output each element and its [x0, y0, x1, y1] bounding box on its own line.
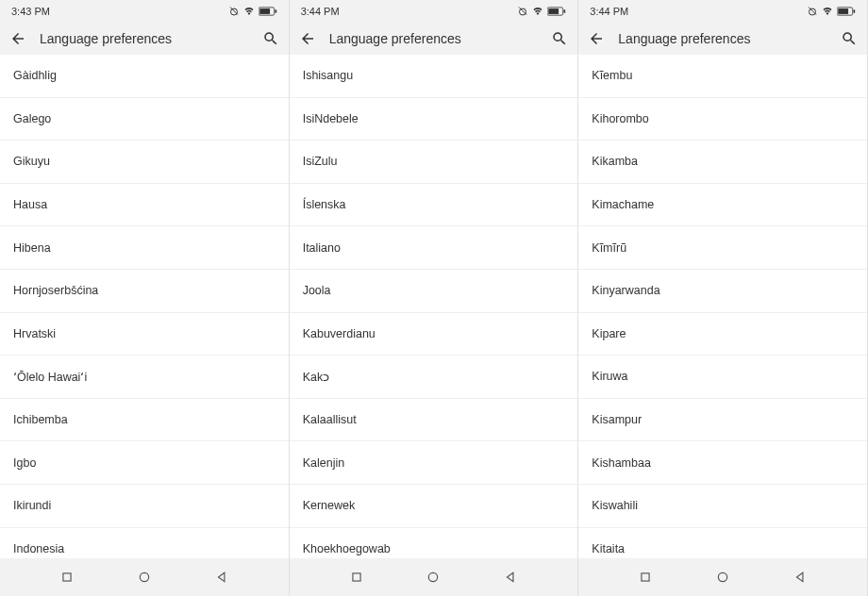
home-button[interactable] [136, 569, 153, 586]
language-item[interactable]: Galego [0, 98, 289, 141]
back-nav-button[interactable] [213, 569, 230, 586]
status-icons [807, 6, 856, 17]
wifi-icon [531, 6, 544, 17]
status-bar: 3:43 PM [0, 0, 289, 23]
clock: 3:44 PM [590, 6, 628, 17]
page-title: Language preferences [329, 31, 539, 46]
language-item[interactable]: Ichibemba [0, 399, 289, 442]
language-item[interactable]: Kinyarwanda [578, 270, 867, 313]
back-button[interactable] [588, 30, 605, 47]
language-item[interactable]: Kimachame [578, 184, 867, 227]
nav-bar [0, 558, 289, 596]
language-item[interactable]: Italiano [290, 226, 578, 270]
language-item[interactable]: Hibena [0, 226, 289, 270]
app-bar: Language preferences [290, 23, 578, 55]
triangle-back-icon [504, 571, 517, 584]
language-item[interactable]: Kihorombo [578, 98, 867, 141]
language-list: Gàidhlig Galego Gikuyu Hausa Hibena Horn… [0, 55, 289, 558]
svg-point-13 [429, 572, 438, 581]
search-icon [841, 30, 858, 47]
triangle-back-icon [215, 571, 228, 584]
battery-icon [547, 7, 566, 16]
back-nav-button[interactable] [502, 569, 519, 586]
app-bar: Language preferences [578, 23, 867, 55]
back-nav-button[interactable] [792, 569, 809, 586]
nav-bar [578, 558, 867, 596]
recent-apps-button[interactable] [348, 569, 365, 586]
triangle-back-icon [793, 571, 807, 584]
arrow-back-icon [9, 30, 26, 47]
language-item[interactable]: Gikuyu [0, 141, 289, 184]
language-item[interactable]: IsiNdebele [290, 98, 578, 141]
search-icon [262, 30, 279, 47]
back-button[interactable] [299, 30, 316, 47]
wifi-icon [242, 6, 256, 17]
svg-rect-10 [549, 8, 559, 14]
language-item[interactable]: Kabuverdianu [290, 313, 578, 356]
screen-1: 3:43 PM Language preferences Gàidhlig Ga… [0, 0, 290, 596]
language-item[interactable]: Kernewek [290, 485, 578, 528]
language-item[interactable]: Kakɔ [290, 356, 578, 399]
language-item[interactable]: Hrvatski [0, 313, 289, 356]
language-item[interactable]: Kalaallisut [290, 399, 578, 442]
page-title: Language preferences [40, 31, 249, 46]
language-item[interactable]: Kalenjin [290, 441, 578, 485]
square-icon [639, 571, 652, 584]
nav-bar [290, 558, 578, 596]
language-item[interactable]: IsiZulu [290, 141, 578, 184]
svg-rect-3 [259, 8, 270, 14]
screen-3: 3:44 PM Language preferences Kĩembu Kiho… [578, 0, 868, 596]
svg-point-0 [230, 8, 237, 15]
svg-rect-5 [63, 573, 71, 581]
status-icons [228, 6, 277, 17]
circle-icon [426, 571, 440, 584]
language-item[interactable]: Ishisangu [290, 55, 578, 98]
svg-rect-17 [838, 8, 848, 14]
svg-rect-11 [564, 9, 566, 12]
status-bar: 3:44 PM [578, 0, 867, 23]
search-icon [551, 30, 568, 47]
language-item[interactable]: Kiswahili [578, 485, 867, 528]
language-item[interactable]: Indonesia [0, 528, 289, 558]
circle-icon [138, 571, 151, 584]
language-item[interactable]: Hausa [0, 184, 289, 227]
language-item[interactable]: Hornjoserbšćina [0, 270, 289, 313]
svg-point-7 [520, 8, 526, 15]
search-button[interactable] [841, 30, 858, 47]
language-item[interactable]: Kitaita [578, 528, 867, 558]
language-item[interactable]: ʻŌlelo Hawaiʻi [0, 356, 289, 399]
language-item[interactable]: Kiruwa [578, 356, 867, 399]
svg-rect-12 [353, 573, 360, 581]
svg-rect-4 [275, 9, 276, 12]
language-item[interactable]: Ikirundi [0, 485, 289, 528]
language-item[interactable]: Kisampur [578, 399, 867, 442]
arrow-back-icon [588, 30, 605, 47]
language-item[interactable]: Kishambaa [578, 441, 867, 485]
language-item[interactable]: Joola [290, 270, 578, 313]
language-item[interactable]: Igbo [0, 441, 289, 485]
back-button[interactable] [9, 30, 26, 47]
svg-point-6 [140, 572, 148, 581]
screen-2: 3:44 PM Language preferences Ishisangu I… [290, 0, 579, 596]
language-item[interactable]: Íslenska [290, 184, 578, 227]
language-item[interactable]: Kikamba [578, 141, 867, 184]
language-item[interactable]: Gàidhlig [0, 55, 289, 98]
svg-rect-19 [642, 573, 649, 581]
circle-icon [716, 571, 729, 584]
language-item[interactable]: Khoekhoegowab [290, 528, 578, 558]
language-item[interactable]: Kipare [578, 313, 867, 356]
square-icon [60, 571, 74, 584]
search-button[interactable] [262, 30, 279, 47]
language-item[interactable]: Kĩembu [578, 55, 867, 98]
search-button[interactable] [551, 30, 568, 47]
language-item[interactable]: Kĩmĩrũ [578, 226, 867, 270]
recent-apps-button[interactable] [58, 569, 75, 586]
svg-rect-18 [853, 9, 855, 12]
wifi-icon [821, 6, 834, 17]
home-button[interactable] [425, 569, 442, 586]
clock: 3:43 PM [11, 6, 50, 17]
alarm-off-icon [517, 6, 528, 17]
home-button[interactable] [714, 569, 731, 586]
alarm-off-icon [228, 6, 240, 17]
recent-apps-button[interactable] [637, 569, 654, 586]
